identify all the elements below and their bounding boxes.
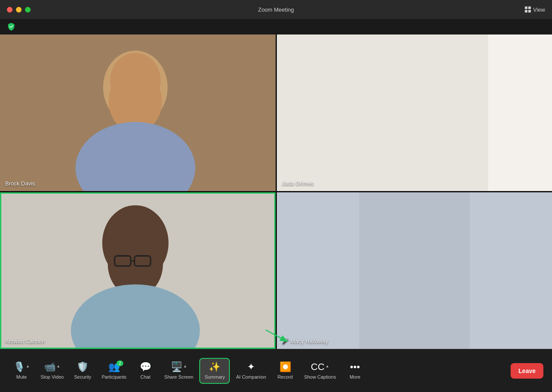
share-screen-label: Share Screen <box>164 374 193 379</box>
svg-rect-7 <box>488 34 552 191</box>
video-icon: 📹 <box>44 362 56 372</box>
security-icon: 🛡️ <box>77 362 88 372</box>
captions-label: Show Captions <box>304 374 336 379</box>
ai-companion-label: AI Companion <box>236 374 266 379</box>
share-screen-icon-wrap: 🖥️ ↑ <box>171 362 182 372</box>
more-button[interactable]: ••• More <box>342 359 368 383</box>
antwan-video <box>0 192 276 349</box>
toolbar-right: Leave <box>506 363 543 379</box>
brock-video <box>0 34 276 191</box>
maximize-button[interactable] <box>25 7 31 13</box>
captions-icon: CC <box>311 362 325 372</box>
video-cell-antwan: Antwan Cannon <box>0 192 276 349</box>
video-cell-jada: Jada Grimes <box>277 34 552 191</box>
video-cell-brock: Brock Davis <box>0 34 276 191</box>
participants-badge: 2 <box>116 361 123 366</box>
captions-caret[interactable]: ▲ <box>326 364 329 368</box>
participant-name-brock: Brock Davis <box>5 180 35 187</box>
toolbar: 🎙️ ▲ Mute 📹 ▲ Stop Video 🛡️ Security 👥 2… <box>0 349 552 392</box>
video-grid: Brock Davis Jada Grimes <box>0 34 552 349</box>
summary-button[interactable]: ✨ Summary <box>199 358 230 384</box>
view-grid-icon <box>525 6 531 13</box>
view-button[interactable]: View <box>525 6 545 13</box>
mute-button[interactable]: 🎙️ ▲ Mute <box>9 359 34 383</box>
ai-companion-icon: ✦ <box>247 362 255 372</box>
view-label: View <box>533 6 545 13</box>
record-button[interactable]: ⏺️ Record <box>272 359 298 383</box>
toolbar-left: 🎙️ ▲ Mute 📹 ▲ Stop Video 🛡️ Security 👥 2… <box>9 358 368 384</box>
close-button[interactable] <box>7 7 13 13</box>
stop-video-control: 📹 ▲ <box>44 362 60 372</box>
chat-icon: 💬 <box>140 362 151 372</box>
security-button[interactable]: 🛡️ Security <box>70 359 96 383</box>
share-screen-control: 🖥️ ↑ ▲ <box>171 362 187 372</box>
ai-companion-button[interactable]: ✦ AI Companion <box>232 359 270 383</box>
participant-name-antwan: Antwan Cannon <box>5 338 45 345</box>
stop-video-label: Stop Video <box>41 374 64 379</box>
titlebar: Zoom Meeting View <box>0 0 552 19</box>
minimize-button[interactable] <box>16 7 22 13</box>
summary-label: Summary <box>204 374 225 379</box>
leave-button[interactable]: Leave <box>511 363 543 379</box>
chat-button[interactable]: 💬 Chat <box>132 359 158 383</box>
participants-control: 👥 2 <box>108 362 120 372</box>
meeting-title: Zoom Meeting <box>258 6 294 13</box>
participants-label: Participants <box>102 374 126 379</box>
mic-icon: 🎙️ <box>13 362 25 372</box>
security-label: Security <box>74 374 91 379</box>
stop-video-button[interactable]: 📹 ▲ Stop Video <box>36 359 68 383</box>
captions-control: CC ▲ <box>311 362 329 372</box>
participant-name-jada: Jada Grimes <box>282 180 314 187</box>
captions-button[interactable]: CC ▲ Show Captions <box>300 359 340 383</box>
share-caret[interactable]: ▲ <box>183 364 187 368</box>
summary-icon: ✨ <box>209 362 220 372</box>
macy-video <box>277 192 552 349</box>
mute-caret[interactable]: ▲ <box>26 364 30 368</box>
more-label: More <box>350 374 361 379</box>
jada-video <box>277 34 552 191</box>
svg-line-22 <box>266 330 286 341</box>
share-screen-button[interactable]: 🖥️ ↑ ▲ Share Screen <box>160 359 198 383</box>
share-up-arrow: ↑ <box>175 361 178 367</box>
security-indicator <box>0 19 552 34</box>
summary-arrow <box>259 326 293 344</box>
participants-button[interactable]: 👥 2 Participants <box>97 359 131 383</box>
window-controls <box>7 7 31 13</box>
shield-green-icon <box>7 22 16 31</box>
arrow-indicator <box>259 326 293 345</box>
record-label: Record <box>277 374 292 379</box>
svg-rect-18 <box>359 192 470 349</box>
mute-control: 🎙️ ▲ <box>13 362 30 372</box>
chat-label: Chat <box>140 374 150 379</box>
more-icon: ••• <box>350 362 360 372</box>
record-icon: ⏺️ <box>279 362 291 372</box>
video-cell-macy: 🎤 Macy Halloway <box>277 192 552 349</box>
video-caret[interactable]: ▲ <box>56 364 60 368</box>
mute-label: Mute <box>16 374 27 379</box>
